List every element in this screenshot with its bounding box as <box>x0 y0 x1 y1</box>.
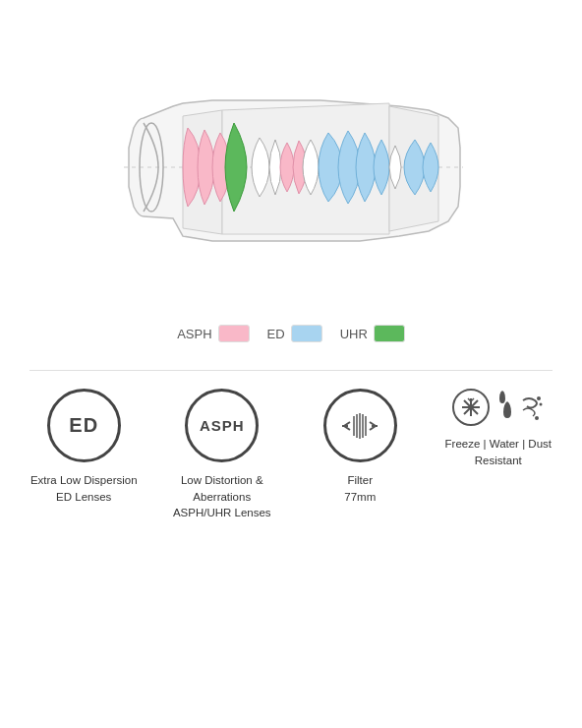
legend-asph-label: ASPH <box>177 327 211 341</box>
feature-filter: Filter 77mm <box>296 389 425 521</box>
asph-caption: Low Distortion & Aberrations ASPH/UHR Le… <box>158 472 287 521</box>
asph-icon-circle: ASPH <box>185 389 259 462</box>
filter-caption-line2: 77mm <box>344 491 376 503</box>
ed-caption-line2: ED Lenses <box>56 491 111 503</box>
water-icon <box>495 391 516 425</box>
ed-icon-circle: ED <box>47 389 121 462</box>
legend-asph: ASPH <box>177 325 249 342</box>
features-section: ED Extra Low Dispersion ED Lenses ASPH L… <box>0 379 582 521</box>
filter-icon-circle <box>323 389 397 462</box>
ed-caption-line1: Extra Low Dispersion <box>30 474 138 486</box>
weather-caption: Freeze | Water | Dust Resistant <box>445 436 552 468</box>
legend-ed-box <box>291 325 322 342</box>
svg-point-15 <box>537 396 541 400</box>
legend-asph-box <box>218 325 250 342</box>
legend-uhr-box <box>374 325 405 342</box>
feature-asph: ASPH Low Distortion & Aberrations ASPH/U… <box>158 389 287 521</box>
lens-diagram-section <box>0 0 582 315</box>
legend-section: ASPH ED UHR <box>177 325 405 342</box>
dust-icon <box>521 391 545 425</box>
feature-ed: ED Extra Low Dispersion ED Lenses <box>20 389 148 521</box>
ed-icon-text: ED <box>69 414 98 437</box>
weather-caption-line2: Resistant <box>475 455 522 466</box>
legend-uhr-label: UHR <box>340 327 368 341</box>
ed-caption: Extra Low Dispersion ED Lenses <box>30 472 138 505</box>
svg-point-17 <box>535 416 539 420</box>
weather-icons-group <box>452 389 545 426</box>
legend-ed-label: ED <box>267 327 285 341</box>
lens-diagram <box>85 30 497 305</box>
filter-svg-icon <box>334 400 385 452</box>
filter-caption: Filter 77mm <box>344 472 376 505</box>
freeze-icon <box>452 389 490 426</box>
svg-point-16 <box>539 402 542 405</box>
asph-caption-line1: Low Distortion & Aberrations <box>181 474 263 503</box>
divider <box>29 370 553 371</box>
asph-icon-text: ASPH <box>200 417 245 434</box>
weather-caption-line1: Freeze | Water | Dust <box>445 438 552 450</box>
filter-caption-line1: Filter <box>347 474 373 486</box>
legend-uhr: UHR <box>340 325 405 342</box>
asph-caption-line2: ASPH/UHR Lenses <box>173 507 271 518</box>
feature-weather: Freeze | Water | Dust Resistant <box>435 389 563 521</box>
legend-ed: ED <box>267 325 322 342</box>
